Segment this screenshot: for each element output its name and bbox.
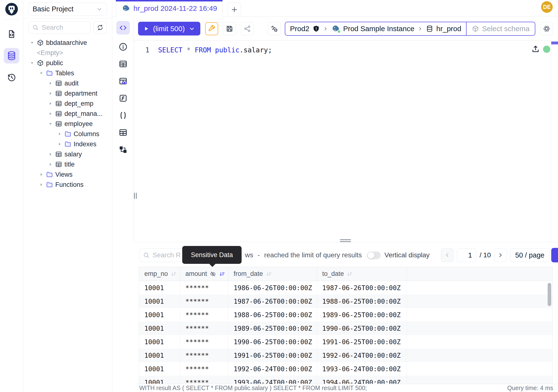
- grid-cell[interactable]: 1986-06-26T00:00:00Z: [228, 281, 317, 295]
- export-button-clipped[interactable]: [551, 248, 558, 262]
- sql-editor[interactable]: 1 SELECT * FROM public.salary;: [134, 41, 558, 242]
- tree-item-dept-emp[interactable]: dept_emp: [23, 98, 112, 109]
- sort-icon[interactable]: [346, 270, 353, 277]
- grid-cell[interactable]: 1990-06-25T00:00:00Z: [317, 322, 407, 335]
- grid-cell[interactable]: 1989-06-25T00:00:00Z: [228, 322, 317, 335]
- rail-item-worksheet[interactable]: [4, 26, 19, 42]
- grid-cell[interactable]: 1994-06-24T00:00:00Z: [317, 375, 407, 384]
- caret-right-icon[interactable]: [56, 131, 63, 137]
- grid-cell[interactable]: 1988-06-25T00:00:00Z: [317, 295, 407, 308]
- tree-item-functions[interactable]: Functions: [23, 180, 112, 190]
- grid-cell[interactable]: ******: [180, 348, 228, 362]
- tree-item-audit[interactable]: audit: [23, 78, 112, 88]
- tree-item-salary[interactable]: salary: [23, 149, 112, 159]
- chevron-down-icon[interactable]: [189, 26, 195, 32]
- grid-cell[interactable]: 1987-06-26T00:00:00Z: [317, 281, 407, 295]
- grid-cell[interactable]: 10001: [139, 322, 180, 335]
- prev-page-button[interactable]: [441, 248, 453, 262]
- sort-icon[interactable]: [170, 270, 177, 277]
- caret-right-icon[interactable]: [47, 100, 53, 107]
- grid-cell[interactable]: 1991-06-25T00:00:00Z: [228, 348, 317, 362]
- column-header-amount[interactable]: amount: [180, 267, 228, 281]
- grid-cell[interactable]: 10001: [139, 348, 180, 362]
- format-sql-button[interactable]: [205, 22, 218, 35]
- tree-item-dept-mana[interactable]: dept_mana...: [23, 109, 112, 119]
- rail-item-history[interactable]: [4, 70, 19, 85]
- caret-right-icon[interactable]: [47, 90, 53, 96]
- grid-cell[interactable]: 10001: [139, 335, 180, 348]
- refresh-button[interactable]: [94, 21, 107, 34]
- grid-cell[interactable]: 1992-06-24T00:00:00Z: [317, 348, 407, 362]
- vertical-display-toggle[interactable]: [367, 252, 381, 259]
- grid-cell[interactable]: 1991-06-25T00:00:00Z: [317, 335, 407, 348]
- page-size-select[interactable]: 50 / page: [510, 248, 549, 262]
- grid-cell[interactable]: ******: [180, 281, 228, 295]
- grid-cell[interactable]: ******: [180, 308, 228, 322]
- batch-query-button[interactable]: [268, 22, 281, 35]
- schema-diagram-panel-button[interactable]: [118, 145, 128, 155]
- column-header-emp_no[interactable]: emp_no: [139, 267, 180, 281]
- project-selector[interactable]: Basic Project: [28, 3, 107, 16]
- select-schema-button[interactable]: Select schema: [467, 22, 535, 35]
- grid-cell[interactable]: ******: [180, 362, 228, 375]
- tree-item-public[interactable]: public: [23, 58, 112, 68]
- caret-down-icon[interactable]: [47, 121, 53, 127]
- grid-cell[interactable]: 10001: [139, 281, 180, 295]
- grid-cell[interactable]: 1993-06-24T00:00:00Z: [317, 362, 407, 375]
- sidebar-search-input[interactable]: [42, 24, 87, 31]
- grid-cell[interactable]: ******: [180, 335, 228, 348]
- caret-right-icon[interactable]: [47, 161, 53, 167]
- caret-right-icon[interactable]: [56, 141, 63, 147]
- grid-cell[interactable]: 10001: [139, 295, 180, 308]
- caret-right-icon[interactable]: [38, 182, 44, 188]
- next-page-button[interactable]: [494, 248, 507, 262]
- grid-cell[interactable]: 1989-06-25T00:00:00Z: [317, 308, 407, 322]
- tree-item-bbdataarchive[interactable]: bbdataarchive: [23, 38, 112, 48]
- rail-item-database[interactable]: [4, 48, 19, 63]
- sidebar-search-box[interactable]: [28, 21, 91, 34]
- bytebase-logo[interactable]: [5, 3, 18, 16]
- sheet-panel-button[interactable]: [118, 128, 128, 137]
- share-button[interactable]: [241, 22, 254, 35]
- editor-scrollbar[interactable]: [551, 41, 551, 242]
- panel-splitter-grip[interactable]: [340, 239, 351, 243]
- parameters-panel-button[interactable]: [118, 111, 128, 120]
- grid-scrollbar-thumb[interactable]: [548, 283, 551, 306]
- info-panel-button[interactable]: [118, 42, 128, 52]
- run-query-button[interactable]: (limit 500): [138, 22, 200, 35]
- caret-right-icon[interactable]: [38, 171, 44, 178]
- masked-data-panel-button[interactable]: [118, 76, 128, 86]
- avatar[interactable]: DE: [541, 1, 553, 13]
- ai-assistant-button[interactable]: [540, 22, 553, 35]
- column-header-to_date[interactable]: to_date: [317, 267, 407, 281]
- upload-icon[interactable]: [531, 44, 540, 53]
- tree-item-tables[interactable]: Tables: [23, 68, 112, 78]
- column-header-from_date[interactable]: from_date: [228, 267, 317, 281]
- tree-item-empty[interactable]: <Empty>: [23, 48, 112, 58]
- tables-panel-button[interactable]: [118, 59, 128, 69]
- tree-item-indexes[interactable]: Indexes: [23, 139, 112, 149]
- caret-right-icon[interactable]: [47, 111, 53, 117]
- sort-icon[interactable]: [219, 270, 226, 277]
- tree-item-columns[interactable]: Columns: [23, 129, 112, 139]
- save-button[interactable]: [223, 22, 236, 35]
- tree-item-views[interactable]: Views: [23, 169, 112, 180]
- new-tab-button[interactable]: [227, 2, 241, 17]
- caret-down-icon[interactable]: [38, 70, 44, 76]
- grid-cell[interactable]: 10001: [139, 362, 180, 375]
- tree-item-title[interactable]: title: [23, 159, 112, 169]
- grid-cell[interactable]: ******: [180, 295, 228, 308]
- tree-item-department[interactable]: department: [23, 88, 112, 98]
- grid-cell[interactable]: 1993-06-24T00:00:00Z: [228, 375, 317, 384]
- grid-cell[interactable]: 1987-06-26T00:00:00Z: [228, 295, 317, 308]
- functions-panel-button[interactable]: [118, 93, 128, 103]
- sort-icon[interactable]: [265, 270, 272, 277]
- grid-cell[interactable]: 10001: [139, 308, 180, 322]
- caret-right-icon[interactable]: [47, 151, 53, 157]
- grid-cell[interactable]: 1990-06-25T00:00:00Z: [228, 335, 317, 348]
- tab-hr-prod[interactable]: hr_prod 2024-11-22 16:49: [116, 0, 223, 17]
- grid-cell[interactable]: ******: [180, 322, 228, 335]
- grid-cell[interactable]: 1992-06-24T00:00:00Z: [228, 362, 317, 375]
- tree-item-employee[interactable]: employee: [23, 119, 112, 129]
- caret-down-icon[interactable]: [29, 40, 35, 46]
